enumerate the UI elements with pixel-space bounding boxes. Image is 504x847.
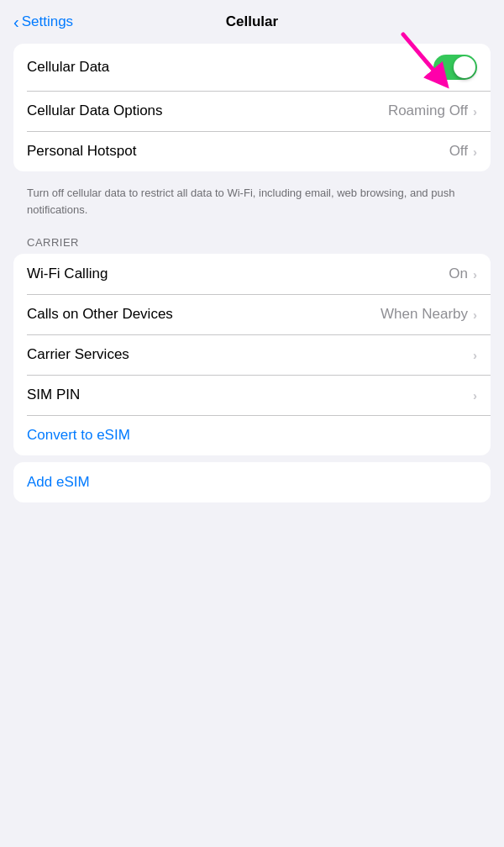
wifi-calling-label: Wi-Fi Calling <box>27 266 108 282</box>
wifi-calling-value: On <box>449 266 468 282</box>
back-chevron-icon: ‹ <box>13 13 19 32</box>
personal-hotspot-chevron: › <box>473 145 477 159</box>
personal-hotspot-row[interactable]: Personal Hotspot Off › <box>13 131 491 171</box>
wifi-calling-chevron: › <box>473 267 477 281</box>
carrier-services-label: Carrier Services <box>27 346 129 363</box>
back-label: Settings <box>22 13 73 30</box>
carrier-section-header: CARRIER <box>13 231 491 254</box>
cellular-data-label: Cellular Data <box>27 59 109 76</box>
wifi-calling-row[interactable]: Wi-Fi Calling On › <box>13 254 491 294</box>
convert-esim-row[interactable]: Convert to eSIM <box>13 415 491 455</box>
personal-hotspot-label: Personal Hotspot <box>27 143 136 160</box>
main-content: Cellular Data Cellular Data Options Roam… <box>0 44 504 502</box>
calls-other-devices-chevron: › <box>473 308 477 322</box>
sim-pin-row[interactable]: SIM PIN › <box>13 375 491 415</box>
calls-other-devices-label: Calls on Other Devices <box>27 306 173 323</box>
cellular-data-options-value: Roaming Off <box>388 103 468 119</box>
convert-esim-label: Convert to eSIM <box>27 427 130 444</box>
add-esim-card[interactable]: Add eSIM <box>13 462 491 502</box>
wifi-calling-right: On › <box>449 266 477 282</box>
add-esim-label: Add eSIM <box>27 474 90 491</box>
arrow-icon <box>395 30 462 97</box>
cellular-description: Turn off cellular data to restrict all d… <box>13 178 491 231</box>
calls-other-devices-value: When Nearby <box>381 306 468 323</box>
calls-other-devices-row[interactable]: Calls on Other Devices When Nearby › <box>13 294 491 334</box>
carrier-services-chevron: › <box>473 348 477 362</box>
sim-pin-label: SIM PIN <box>27 387 80 403</box>
back-button[interactable]: ‹ Settings <box>13 13 73 32</box>
svg-line-1 <box>403 34 441 79</box>
calls-other-devices-right: When Nearby › <box>381 306 477 323</box>
carrier-services-right: › <box>473 348 477 362</box>
carrier-services-row[interactable]: Carrier Services › <box>13 334 491 375</box>
arrow-annotation <box>395 30 462 101</box>
cellular-data-options-right: Roaming Off › <box>388 103 477 119</box>
personal-hotspot-value: Off <box>449 143 468 160</box>
sim-pin-chevron: › <box>473 388 477 402</box>
page-title: Cellular <box>226 13 278 30</box>
add-esim-row[interactable]: Add eSIM <box>13 462 491 502</box>
cellular-data-options-chevron: › <box>473 104 477 118</box>
sim-pin-right: › <box>473 388 477 402</box>
carrier-card: Wi-Fi Calling On › Calls on Other Device… <box>13 254 491 455</box>
cellular-data-options-label: Cellular Data Options <box>27 103 163 119</box>
personal-hotspot-right: Off › <box>449 143 477 160</box>
